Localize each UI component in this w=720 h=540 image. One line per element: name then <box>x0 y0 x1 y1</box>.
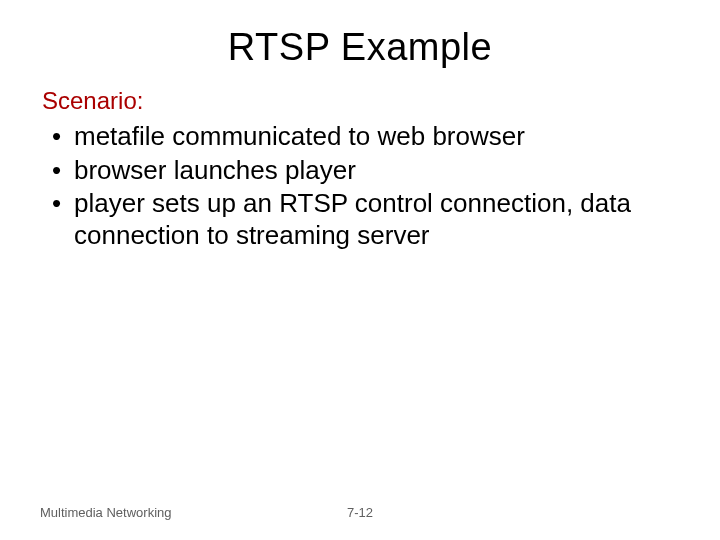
list-item: metafile communicated to web browser <box>52 121 680 153</box>
slide: RTSP Example Scenario: metafile communic… <box>0 0 720 540</box>
slide-title: RTSP Example <box>40 26 680 69</box>
scenario-subhead: Scenario: <box>42 87 680 115</box>
list-item: player sets up an RTSP control connectio… <box>52 188 680 251</box>
footer-left: Multimedia Networking <box>40 505 172 520</box>
list-item: browser launches player <box>52 155 680 187</box>
footer-page-number: 7-12 <box>347 505 373 520</box>
bullet-list: metafile communicated to web browser bro… <box>40 121 680 252</box>
